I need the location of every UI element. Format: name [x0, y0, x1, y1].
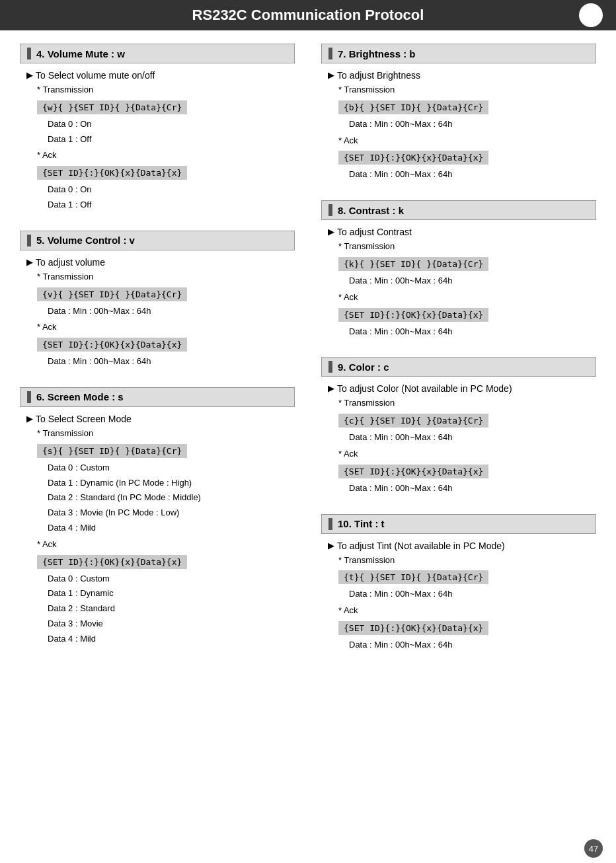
section-4-title: 4. Volume Mute : w	[20, 44, 295, 63]
header-circle	[579, 3, 603, 27]
section-5: 5. Volume Control : v ▶ To adjust volume…	[20, 231, 295, 369]
ack-code-6: {SET ID}{:}{OK}{x}{Data}{x}	[37, 555, 187, 569]
ack-label-8: * Ack	[338, 291, 596, 305]
arrow-icon: ▶	[328, 227, 334, 237]
section-10: 10. Tint : t ▶ To adjust Tint (Not avail…	[321, 514, 596, 652]
arrow-icon: ▶	[26, 70, 33, 80]
transmission-code-4: {w}{ }{SET ID}{ }{Data}{Cr}	[37, 100, 187, 114]
section-9-title: 9. Color : c	[321, 357, 596, 377]
ack-label-5: * Ack	[37, 320, 295, 334]
transmission-label-5: * Transmission	[37, 270, 295, 284]
transmission-data-4: Data 0 : On Data 1 : Off	[26, 118, 295, 147]
transmission-label-4: * Transmission	[37, 83, 295, 97]
arrow-icon: ▶	[328, 383, 334, 393]
ack-code-7: {SET ID}{:}{OK}{x}{Data}{x}	[338, 151, 488, 165]
section-10-desc-line: ▶ To adjust Tint (Not available in PC Mo…	[328, 541, 596, 551]
section-7-desc-line: ▶ To adjust Brightness	[328, 70, 596, 81]
ack-data-7: Data : Min : 00h~Max : 64h	[328, 168, 596, 182]
title-bar	[328, 361, 332, 373]
section-6: 6. Screen Mode : s ▶ To Select Screen Mo…	[20, 387, 295, 646]
transmission-label-8: * Transmission	[338, 240, 596, 254]
ack-label-6: * Ack	[37, 538, 295, 552]
section-8: 8. Contrast : k ▶ To adjust Contrast * T…	[321, 200, 596, 338]
transmission-data-7: Data : Min : 00h~Max : 64h	[328, 118, 596, 131]
ack-data-4: Data 0 : On Data 1 : Off	[26, 183, 295, 212]
title-bar	[328, 48, 332, 59]
ack-label-10: * Ack	[338, 604, 596, 618]
transmission-code-10: {t}{ }{SET ID}{ }{Data}{Cr}	[338, 570, 488, 584]
transmission-data-5: Data : Min : 00h~Max : 64h	[26, 305, 295, 319]
section-6-body: ▶ To Select Screen Mode * Transmission {…	[20, 414, 295, 646]
section-10-body: ▶ To adjust Tint (Not available in PC Mo…	[321, 541, 596, 652]
transmission-data-9: Data : Min : 00h~Max : 64h	[328, 431, 596, 445]
transmission-code-6: {s}{ }{SET ID}{ }{Data}{Cr}	[37, 444, 187, 458]
title-bar	[328, 204, 332, 216]
section-9-body: ▶ To adjust Color (Not available in PC M…	[321, 383, 596, 495]
ack-code-10: {SET ID}{:}{OK}{x}{Data}{x}	[338, 621, 488, 635]
section-4: 4. Volume Mute : w ▶ To Select volume mu…	[20, 44, 295, 212]
section-8-desc-line: ▶ To adjust Contrast	[328, 227, 596, 237]
transmission-label-9: * Transmission	[338, 396, 596, 410]
title-bar	[27, 48, 31, 59]
section-6-title: 6. Screen Mode : s	[20, 387, 295, 407]
ack-code-5: {SET ID}{:}{OK}{x}{Data}{x}	[37, 338, 187, 352]
section-7: 7. Brightness : b ▶ To adjust Brightness…	[321, 44, 596, 182]
transmission-code-9: {c}{ }{SET ID}{ }{Data}{Cr}	[338, 414, 488, 428]
page-number: 47	[584, 839, 603, 858]
section-10-title: 10. Tint : t	[321, 514, 596, 534]
ack-code-8: {SET ID}{:}{OK}{x}{Data}{x}	[338, 308, 488, 322]
title-bar	[328, 518, 332, 530]
right-column: 7. Brightness : b ▶ To adjust Brightness…	[308, 44, 596, 671]
transmission-label-7: * Transmission	[338, 83, 596, 97]
ack-data-5: Data : Min : 00h~Max : 64h	[26, 355, 295, 369]
transmission-label-10: * Transmission	[338, 554, 596, 568]
ack-code-4: {SET ID}{:}{OK}{x}{Data}{x}	[37, 166, 187, 180]
section-4-desc-line: ▶ To Select volume mute on/off	[26, 70, 295, 81]
ack-code-9: {SET ID}{:}{OK}{x}{Data}{x}	[338, 465, 488, 478]
main-content: 4. Volume Mute : w ▶ To Select volume mu…	[0, 30, 616, 684]
ack-label-7: * Ack	[338, 134, 596, 148]
section-8-body: ▶ To adjust Contrast * Transmission {k}{…	[321, 227, 596, 338]
ack-data-6: Data 0 : Custom Data 1 : Dynamic Data 2 …	[26, 572, 295, 646]
section-4-body: ▶ To Select volume mute on/off * Transmi…	[20, 70, 295, 212]
arrow-icon: ▶	[328, 70, 334, 80]
section-5-desc-line: ▶ To adjust volume	[26, 257, 295, 268]
section-8-title: 8. Contrast : k	[321, 200, 596, 220]
section-7-body: ▶ To adjust Brightness * Transmission {b…	[321, 70, 596, 182]
arrow-icon: ▶	[26, 257, 33, 267]
section-5-title: 5. Volume Control : v	[20, 231, 295, 250]
section-5-body: ▶ To adjust volume * Transmission {v}{ }…	[20, 257, 295, 369]
title-bar	[27, 235, 31, 246]
title-bar	[27, 391, 31, 403]
section-9: 9. Color : c ▶ To adjust Color (Not avai…	[321, 357, 596, 495]
transmission-code-5: {v}{ }{SET ID}{ }{Data}{Cr}	[37, 287, 187, 301]
arrow-icon: ▶	[328, 541, 334, 550]
transmission-data-10: Data : Min : 00h~Max : 64h	[328, 587, 596, 601]
transmission-code-8: {k}{ }{SET ID}{ }{Data}{Cr}	[338, 257, 488, 271]
ack-data-8: Data : Min : 00h~Max : 64h	[328, 325, 596, 339]
section-7-title: 7. Brightness : b	[321, 44, 596, 63]
arrow-icon: ▶	[26, 414, 33, 424]
section-9-desc-line: ▶ To adjust Color (Not available in PC M…	[328, 383, 596, 394]
page-header: RS232C Communication Protocol	[0, 0, 616, 30]
header-title: RS232C Communication Protocol	[192, 7, 424, 23]
transmission-code-7: {b}{ }{SET ID}{ }{Data}{Cr}	[338, 100, 488, 114]
left-column: 4. Volume Mute : w ▶ To Select volume mu…	[20, 44, 308, 671]
ack-data-9: Data : Min : 00h~Max : 64h	[328, 482, 596, 496]
transmission-label-6: * Transmission	[37, 427, 295, 441]
ack-label-9: * Ack	[338, 447, 596, 461]
section-6-desc-line: ▶ To Select Screen Mode	[26, 414, 295, 424]
ack-data-10: Data : Min : 00h~Max : 64h	[328, 638, 596, 652]
transmission-data-6: Data 0 : Custom Data 1 : Dynamic (In PC …	[26, 461, 295, 535]
transmission-data-8: Data : Min : 00h~Max : 64h	[328, 274, 596, 288]
ack-label-4: * Ack	[37, 149, 295, 163]
